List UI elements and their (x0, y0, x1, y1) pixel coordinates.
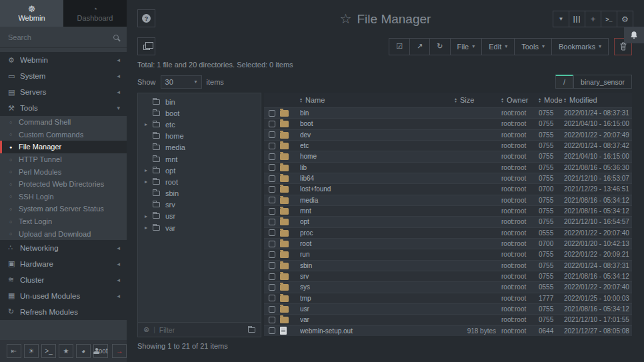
logout-button[interactable]: → (112, 344, 127, 358)
tree-item-boot[interactable]: boot (138, 107, 261, 119)
sidebar-item-perl-modules[interactable]: ○Perl Modules (0, 165, 127, 178)
row-checkbox[interactable] (269, 110, 275, 117)
breadcrumb-root[interactable]: / (555, 75, 573, 89)
row-checkbox[interactable] (269, 295, 275, 301)
tree-item-home[interactable]: home (138, 131, 261, 142)
sidebar-item-tools[interactable]: ⚒Tools▾ (0, 100, 127, 116)
breadcrumb-current[interactable]: binary_sensor (573, 75, 632, 89)
tree-expand-icon[interactable]: ▸ (145, 167, 151, 173)
column-header-name[interactable]: ▴▾Name (300, 96, 455, 104)
row-checkbox[interactable] (269, 175, 275, 182)
notifications-panel[interactable] (624, 27, 644, 43)
table-row-dev[interactable]: devroot:root07552022/01/22 - 20:07:49 (264, 129, 632, 140)
items-per-page-select[interactable]: 30 ▾ (161, 75, 202, 89)
add-button[interactable]: + (585, 11, 601, 27)
column-header-size[interactable]: ▴▾Size (455, 96, 496, 104)
table-row-tmp[interactable]: tmproot:root17772022/01/25 - 10:00:03 (264, 293, 632, 303)
table-row-bin[interactable]: binroot:root07552022/01/24 - 08:37:31 (264, 107, 632, 118)
user-button[interactable]: root (93, 344, 108, 358)
table-row-home[interactable]: homeroot:root07552021/04/10 - 16:15:00 (264, 151, 632, 161)
filter-button[interactable]: ▼ (553, 11, 569, 27)
tree-expand-icon[interactable]: ▸ (145, 225, 151, 231)
paste-buffer-button[interactable] (137, 37, 155, 55)
row-checkbox[interactable] (269, 121, 275, 127)
row-checkbox[interactable] (269, 153, 275, 160)
table-row-var[interactable]: varroot:root07552021/12/10 - 17:01:55 (264, 314, 632, 325)
sidebar-item-servers[interactable]: ▤Servers◂ (0, 84, 127, 100)
shell-button[interactable]: >_ (41, 344, 56, 358)
sidebar-item-webmin[interactable]: ⚙Webmin◂ (0, 52, 127, 68)
row-checkbox[interactable] (269, 241, 275, 247)
row-checkbox[interactable] (269, 251, 275, 258)
sidebar-item-file-manager[interactable]: ●File Manager (0, 141, 127, 153)
sidebar-item-command-shell[interactable]: ○Command Shell (0, 116, 127, 129)
tree-item-media[interactable]: media (138, 142, 261, 153)
table-row-proc[interactable]: procroot:root05552022/01/22 - 20:07:40 (264, 227, 632, 238)
tab-webmin[interactable]: ☸ Webmin (0, 0, 63, 27)
favorite-star-icon[interactable]: ☆ (340, 11, 352, 26)
sidebar-item-http-tunnel[interactable]: ○HTTP Tunnel (0, 153, 127, 166)
column-header-modified[interactable]: ▴▾Modified (564, 96, 632, 104)
row-checkbox[interactable] (269, 197, 275, 203)
tree-expand-icon[interactable]: ▸ (145, 179, 151, 185)
row-checkbox[interactable] (269, 273, 275, 280)
row-checkbox[interactable] (269, 164, 275, 171)
table-row-mnt[interactable]: mntroot:root07552021/08/16 - 05:34:12 (264, 205, 632, 216)
tree-item-mnt[interactable]: mnt (138, 153, 261, 165)
theme-button[interactable]: ☀ (24, 344, 39, 358)
export-button[interactable]: ↗ (409, 38, 430, 55)
table-row-boot[interactable]: bootroot:root07552021/04/10 - 16:15:00 (264, 118, 632, 129)
table-row-usr[interactable]: usrroot:root07552021/08/16 - 05:34:12 (264, 303, 632, 314)
stats-button[interactable]: ◕ (76, 344, 91, 358)
column-header-mode[interactable]: ▴▾Mode (536, 96, 564, 104)
table-row-opt[interactable]: optroot:root07552021/12/10 - 16:54:57 (264, 216, 632, 227)
tools-menu-button[interactable]: Tools▾ (514, 38, 552, 55)
row-checkbox[interactable] (269, 306, 275, 313)
settings-button[interactable]: ⚙ (617, 11, 633, 27)
terminal-button[interactable]: >_ (601, 11, 617, 27)
sidebar-item-cluster[interactable]: ≋Cluster◂ (0, 272, 127, 288)
sidebar-item-upload-and-download[interactable]: ○Upload and Download (0, 227, 127, 240)
tree-item-var[interactable]: ▸var (138, 222, 261, 233)
table-row-lib64[interactable]: lib64root:root07552021/12/10 - 16:53:07 (264, 173, 632, 183)
tree-item-sbin[interactable]: sbin (138, 188, 261, 199)
favorites-button[interactable]: ★ (59, 344, 73, 358)
tree-item-etc[interactable]: ▸etc (138, 119, 261, 130)
row-checkbox[interactable] (269, 327, 275, 334)
edit-menu-button[interactable]: Edit▾ (481, 38, 515, 55)
table-row-media[interactable]: mediaroot:root07552021/08/16 - 05:34:12 (264, 195, 632, 205)
table-row-etc[interactable]: etcroot:root07552022/01/24 - 08:37:42 (264, 140, 632, 151)
sidebar-item-refresh-modules[interactable]: ↻Refresh Modules (0, 304, 127, 320)
column-header-owner[interactable]: ▴▾Owner (496, 96, 536, 104)
row-checkbox[interactable] (269, 186, 275, 193)
collapse-sidebar-button[interactable]: ⇤ (7, 344, 21, 358)
tree-item-bin[interactable]: bin (138, 96, 261, 107)
refresh-button[interactable]: ↻ (429, 38, 450, 55)
row-checkbox[interactable] (269, 229, 275, 236)
row-checkbox[interactable] (269, 317, 275, 323)
tree-expand-icon[interactable]: ▸ (145, 213, 151, 219)
sidebar-item-protected-web-directories[interactable]: ○Protected Web Directories (0, 178, 127, 191)
clear-filter-icon[interactable]: ⊗ (143, 325, 149, 334)
table-row-webmin-setup-out[interactable]: webmin-setup.out918 bytesroot:root064420… (264, 325, 632, 336)
row-checkbox[interactable] (269, 219, 275, 225)
select-all-button[interactable]: ☑ (389, 38, 410, 55)
sidebar-item-ssh-login[interactable]: ○SSH Login (0, 191, 127, 203)
sidebar-item-un-used-modules[interactable]: ▦Un-used Modules◂ (0, 288, 127, 304)
sidebar-item-custom-commands[interactable]: ○Custom Commands (0, 129, 127, 141)
row-checkbox[interactable] (269, 131, 275, 138)
row-checkbox[interactable] (269, 262, 275, 269)
tree-item-srv[interactable]: srv (138, 199, 261, 211)
row-checkbox[interactable] (269, 143, 275, 149)
table-row-sys[interactable]: sysroot:root05552022/01/22 - 20:07:40 (264, 281, 632, 292)
tree-item-root[interactable]: ▸root (138, 176, 261, 187)
sidebar-item-hardware[interactable]: ▣Hardware◂ (0, 256, 127, 272)
table-row-run[interactable]: runroot:root07552022/01/22 - 20:09:21 (264, 249, 632, 259)
sidebar-item-system-and-server-status[interactable]: ○System and Server Status (0, 203, 127, 215)
table-row-sbin[interactable]: sbinroot:root07552022/01/24 - 08:37:31 (264, 260, 632, 271)
table-row-srv[interactable]: srvroot:root07552021/08/16 - 05:34:12 (264, 271, 632, 281)
search-input[interactable] (8, 33, 113, 41)
sidebar-item-text-login[interactable]: ○Text Login (0, 215, 127, 228)
tab-dashboard[interactable]: ◔ Dashboard (63, 0, 127, 27)
bookmarks-menu-button[interactable]: Bookmarks▾ (551, 38, 609, 55)
